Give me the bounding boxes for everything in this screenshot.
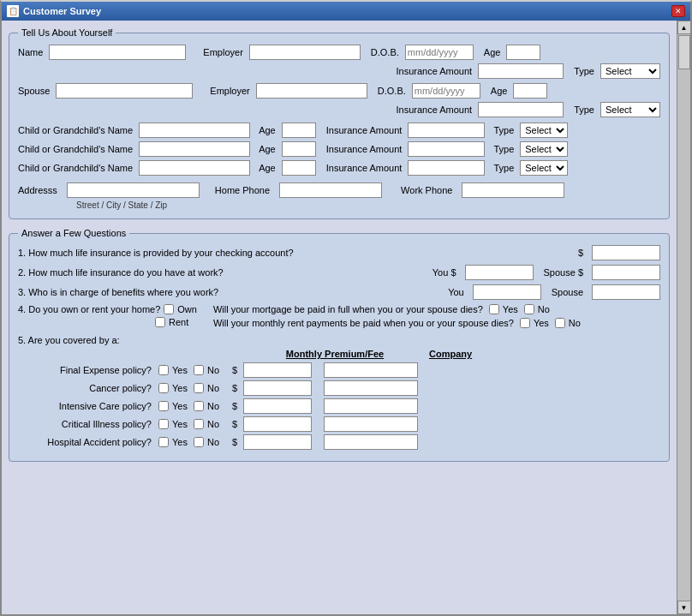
scrollbar[interactable]: ▲ ▼ bbox=[677, 21, 690, 614]
spouse-row: Spouse Employer D.O.B. Age bbox=[18, 83, 660, 99]
child-ins-label-2: Insurance Amount bbox=[326, 144, 403, 154]
final-yes-cb[interactable] bbox=[158, 365, 169, 375]
final-no-cb[interactable] bbox=[194, 365, 204, 375]
insurance-amount-input-2[interactable] bbox=[478, 102, 564, 117]
child-ins-input-3[interactable] bbox=[408, 160, 485, 176]
child-age-input-2[interactable] bbox=[282, 141, 316, 157]
critical-yes-cb[interactable] bbox=[158, 419, 169, 429]
child-name-input-1[interactable] bbox=[139, 123, 250, 138]
child-age-input-1[interactable] bbox=[282, 123, 316, 138]
child-ins-input-2[interactable] bbox=[408, 141, 485, 157]
policy-name-3: Intensive Care policy? bbox=[18, 401, 155, 411]
policy-header-row: Monthly Premium/Fee Company bbox=[155, 349, 660, 359]
dob-input[interactable] bbox=[405, 45, 474, 60]
spouse-dob-input[interactable] bbox=[412, 83, 480, 99]
q3-spouse-input[interactable] bbox=[592, 284, 660, 300]
q1-dollar: $ bbox=[578, 248, 586, 258]
spouse-input[interactable] bbox=[56, 83, 193, 99]
window-title: Customer Survey bbox=[23, 6, 101, 16]
critical-company-input[interactable] bbox=[324, 416, 418, 432]
q2-spouse-label: Spouse $ bbox=[544, 267, 586, 278]
child-name-input-2[interactable] bbox=[139, 141, 250, 157]
cancer-yes-cb[interactable] bbox=[158, 383, 169, 393]
name-label: Name bbox=[18, 47, 43, 57]
child-ins-label-1: Insurance Amount bbox=[326, 125, 403, 135]
intensive-yes-cb[interactable] bbox=[158, 401, 169, 411]
close-button[interactable]: ✕ bbox=[671, 5, 685, 17]
address-label: Addresss bbox=[18, 185, 57, 195]
rent-no-checkbox[interactable] bbox=[555, 318, 565, 328]
app-icon: 📋 bbox=[7, 5, 19, 17]
critical-premium-input[interactable] bbox=[243, 416, 312, 432]
rent-row: Rent bbox=[155, 317, 200, 327]
scroll-down-button[interactable]: ▼ bbox=[677, 601, 691, 614]
q1-text: 1. How much life insurance is provided b… bbox=[18, 248, 294, 258]
q1-input[interactable] bbox=[592, 245, 660, 260]
cancer-no-cb[interactable] bbox=[194, 383, 204, 393]
rent-checkbox[interactable] bbox=[155, 317, 165, 327]
spouse-age-label: Age bbox=[491, 86, 508, 96]
child-name-input-3[interactable] bbox=[139, 160, 250, 176]
child-type-label-2: Type bbox=[493, 144, 514, 154]
mortgage-no-checkbox[interactable] bbox=[524, 304, 534, 314]
hospital-premium-input[interactable] bbox=[243, 434, 312, 450]
name-row: Name Employer D.O.B. Age bbox=[18, 45, 660, 60]
tell-us-legend: Tell Us About Yourself bbox=[18, 27, 116, 38]
name-input[interactable] bbox=[49, 45, 186, 60]
address-input[interactable] bbox=[67, 182, 200, 198]
cancer-company-input[interactable] bbox=[324, 380, 418, 396]
employer-label: Employer bbox=[203, 47, 242, 57]
intensive-company-input[interactable] bbox=[324, 398, 418, 414]
spouse-employer-input[interactable] bbox=[256, 83, 367, 99]
hospital-yes-cb[interactable] bbox=[158, 437, 169, 447]
policy-row-1: Final Expense policy? Yes No $ bbox=[18, 362, 660, 378]
q3-you-input[interactable] bbox=[473, 284, 541, 300]
cancer-dollar: $ bbox=[232, 383, 237, 393]
final-company-input[interactable] bbox=[324, 362, 418, 378]
spouse-age-input[interactable] bbox=[513, 83, 547, 99]
child-type-select-1[interactable]: Select Term Whole bbox=[520, 123, 568, 138]
child-type-select-3[interactable]: Select Term Whole bbox=[520, 160, 568, 176]
q2-spouse-input[interactable] bbox=[592, 265, 660, 280]
type-select-2[interactable]: Select Term Whole Universal bbox=[600, 102, 660, 117]
child-row-3: Child or Grandchild's Name Age Insurance… bbox=[18, 160, 660, 176]
child-type-select-2[interactable]: Select Term Whole bbox=[520, 141, 568, 157]
tell-us-fieldset: Tell Us About Yourself Name Employer D.O… bbox=[9, 27, 670, 219]
cancer-yes-label: Yes bbox=[172, 383, 188, 393]
insurance-amount-input-1[interactable] bbox=[478, 63, 564, 79]
critical-no-cb[interactable] bbox=[194, 419, 204, 429]
type-label-2: Type bbox=[574, 105, 594, 115]
intensive-premium-input[interactable] bbox=[243, 398, 312, 414]
q4-section: 4. Do you own or rent your home? Own Ren… bbox=[18, 304, 660, 328]
rent-yes-checkbox[interactable] bbox=[520, 318, 530, 328]
child-row-1: Child or Grandchild's Name Age Insurance… bbox=[18, 123, 660, 138]
final-dollar: $ bbox=[232, 365, 237, 375]
child-age-label-2: Age bbox=[259, 144, 276, 154]
insurance-amount-label-1: Insurance Amount bbox=[396, 66, 472, 76]
child-age-label-3: Age bbox=[259, 163, 276, 173]
hospital-no-cb[interactable] bbox=[194, 437, 204, 447]
child-row-2: Child or Grandchild's Name Age Insurance… bbox=[18, 141, 660, 157]
work-phone-input[interactable] bbox=[462, 182, 564, 198]
type-select-1[interactable]: Select Term Whole Universal bbox=[600, 63, 660, 79]
own-checkbox[interactable] bbox=[164, 304, 174, 314]
cancer-premium-input[interactable] bbox=[243, 380, 312, 396]
employer-input[interactable] bbox=[249, 45, 361, 60]
child-ins-input-1[interactable] bbox=[408, 123, 485, 138]
hospital-company-input[interactable] bbox=[324, 434, 418, 450]
q2-you-input[interactable] bbox=[465, 265, 534, 280]
intensive-no-label: No bbox=[207, 401, 219, 411]
mortgage-yes-checkbox[interactable] bbox=[489, 304, 499, 314]
child-type-label-1: Type bbox=[493, 125, 514, 135]
home-phone-input[interactable] bbox=[279, 182, 382, 198]
final-premium-input[interactable] bbox=[243, 362, 312, 378]
q4-text: 4. Do you own or rent your home? bbox=[18, 304, 160, 314]
company-header: Company bbox=[429, 349, 472, 359]
intensive-no-cb[interactable] bbox=[194, 401, 204, 411]
questions-fieldset: Answer a Few Questions 1. How much life … bbox=[9, 228, 670, 462]
child-age-input-3[interactable] bbox=[282, 160, 316, 176]
scroll-thumb[interactable] bbox=[678, 35, 690, 69]
scroll-up-button[interactable]: ▲ bbox=[677, 21, 691, 34]
age-input[interactable] bbox=[506, 45, 540, 60]
q4-row: 4. Do you own or rent your home? Own bbox=[18, 304, 200, 314]
